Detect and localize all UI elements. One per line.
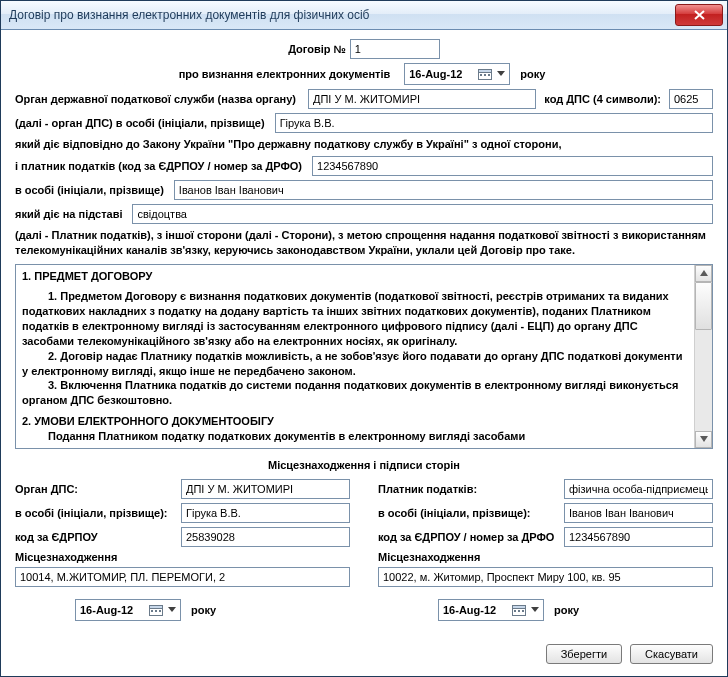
right-year-label: року	[554, 604, 579, 616]
subtitle: про визнання електронних документів	[179, 68, 391, 80]
section-2-title: 2. УМОВИ ЕЛЕКТРОННОГО ДОКУМЕНТООБІГУ	[22, 414, 688, 429]
left-date-picker[interactable]: 16-Aug-12	[75, 599, 181, 621]
right-payer-label: Платник податків:	[378, 483, 558, 495]
right-date-picker[interactable]: 16-Aug-12	[438, 599, 544, 621]
left-organ-label: Орган ДПС:	[15, 483, 175, 495]
contract-text-content: 1. ПРЕДМЕТ ДОГОВОРУ 1. Предметом Договор…	[16, 265, 694, 448]
right-person-input[interactable]	[564, 503, 713, 523]
right-code-input[interactable]	[564, 527, 713, 547]
header-row-2: про визнання електронних документів 16-A…	[15, 63, 713, 85]
right-payer-input[interactable]	[564, 479, 713, 499]
closing-para: (далі - Платник податків), з іншої сторо…	[15, 228, 713, 258]
close-button[interactable]	[675, 4, 723, 26]
signatures-grid: Орган ДПС: в особі (ініціали, прізвище):…	[15, 477, 713, 621]
right-date-value: 16-Aug-12	[443, 604, 507, 616]
payer-code-row: і платник податків (код за ЄДРПОУ / номе…	[15, 156, 713, 176]
header-row-1: Договір №	[15, 39, 713, 59]
svg-rect-12	[514, 610, 516, 612]
organ-label: Орган державної податкової служби (назва…	[15, 93, 296, 105]
basis-label: який діє на підставі	[15, 208, 122, 220]
inperson-label: (далі - орган ДПС) в особі (ініціали, пр…	[15, 117, 265, 129]
dps-code-label: код ДПС (4 символи):	[544, 93, 661, 105]
svg-rect-7	[151, 610, 153, 612]
contract-no-input[interactable]	[350, 39, 440, 59]
scroll-down-button[interactable]	[695, 431, 712, 448]
left-addr-label: Місцезнаходження	[15, 551, 117, 563]
cancel-button[interactable]: Скасувати	[630, 644, 713, 664]
chevron-down-icon[interactable]	[495, 67, 507, 81]
calendar-icon[interactable]	[148, 603, 164, 617]
header-date-value: 16-Aug-12	[409, 68, 473, 80]
left-person-input[interactable]	[181, 503, 350, 523]
close-icon	[694, 10, 705, 20]
form-body: Договір № про визнання електронних докум…	[1, 29, 727, 676]
right-addr-label: Місцезнаходження	[378, 551, 480, 563]
contract-text-area: 1. ПРЕДМЕТ ДОГОВОРУ 1. Предметом Договор…	[15, 264, 713, 449]
svg-rect-4	[488, 74, 490, 76]
payer-code-label: і платник податків (код за ЄДРПОУ / номе…	[15, 160, 302, 172]
payer-person-row: в особі (ініціали, прізвище)	[15, 180, 713, 200]
right-code-label: код за ЄДРПОУ / номер за ДРФО	[378, 531, 558, 543]
svg-rect-11	[513, 605, 526, 608]
law-line: який діє відповідно до Закону України "П…	[15, 137, 713, 152]
para-4: Подання Платником податку податкових док…	[22, 429, 688, 444]
window: Договір про визнання електронних докумен…	[0, 0, 728, 677]
svg-rect-14	[522, 610, 524, 612]
left-code-input[interactable]	[181, 527, 350, 547]
para-3: 3. Включення Платника податків до систем…	[22, 378, 688, 408]
organ-row: Орган державної податкової служби (назва…	[15, 89, 713, 109]
section-1-title: 1. ПРЕДМЕТ ДОГОВОРУ	[22, 269, 688, 284]
save-button[interactable]: Зберегти	[546, 644, 622, 664]
left-year-label: року	[191, 604, 216, 616]
svg-rect-6	[150, 605, 163, 608]
basis-input[interactable]	[132, 204, 713, 224]
left-person-label: в особі (ініціали, прізвище):	[15, 507, 175, 519]
svg-rect-1	[479, 70, 492, 73]
calendar-icon[interactable]	[477, 67, 493, 81]
payer-person-input[interactable]	[174, 180, 713, 200]
left-organ-input[interactable]	[181, 479, 350, 499]
contract-no-label: Договір №	[288, 43, 346, 55]
sig-right-col: Платник податків: в особі (ініціали, прі…	[378, 477, 713, 621]
inperson-input[interactable]	[275, 113, 713, 133]
left-code-label: код за ЄДРПОУ	[15, 531, 175, 543]
right-person-label: в особі (ініціали, прізвище):	[378, 507, 558, 519]
inperson-row: (далі - орган ДПС) в особі (ініціали, пр…	[15, 113, 713, 133]
dps-code-input[interactable]	[669, 89, 713, 109]
right-addr-input[interactable]	[378, 567, 713, 587]
signatures-title: Місцезнаходження і підписи сторін	[15, 459, 713, 471]
basis-row: який діє на підставі	[15, 204, 713, 224]
payer-code-input[interactable]	[312, 156, 713, 176]
svg-rect-13	[518, 610, 520, 612]
left-addr-input[interactable]	[15, 567, 350, 587]
chevron-down-icon[interactable]	[166, 603, 178, 617]
calendar-icon[interactable]	[511, 603, 527, 617]
header-date-picker[interactable]: 16-Aug-12	[404, 63, 510, 85]
para-2: 2. Договір надає Платнику податків можли…	[22, 349, 688, 379]
footer: Зберегти Скасувати	[15, 634, 713, 664]
scroll-thumb[interactable]	[695, 282, 712, 330]
svg-rect-3	[484, 74, 486, 76]
titlebar: Договір про визнання електронних докумен…	[1, 1, 727, 30]
payer-person-label: в особі (ініціали, прізвище)	[15, 184, 164, 196]
sig-left-col: Орган ДПС: в особі (ініціали, прізвище):…	[15, 477, 350, 621]
scrollbar[interactable]	[694, 265, 712, 448]
para-1: 1. Предметом Договору є визнання податко…	[22, 289, 688, 348]
scroll-up-button[interactable]	[695, 265, 712, 282]
organ-input[interactable]	[308, 89, 536, 109]
svg-rect-2	[480, 74, 482, 76]
chevron-down-icon[interactable]	[529, 603, 541, 617]
scroll-track[interactable]	[695, 282, 712, 431]
year-label: року	[520, 68, 545, 80]
window-title: Договір про визнання електронних докумен…	[9, 8, 675, 22]
svg-rect-8	[155, 610, 157, 612]
svg-rect-9	[159, 610, 161, 612]
left-date-value: 16-Aug-12	[80, 604, 144, 616]
